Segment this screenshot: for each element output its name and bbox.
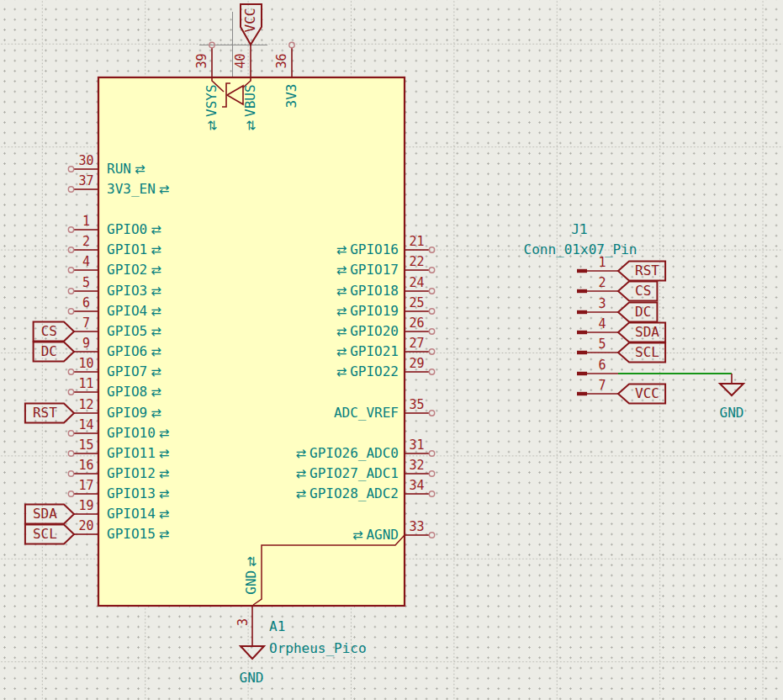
pin-name-text: GPIO9 (107, 406, 147, 421)
pin-name-text: GPIO7 (107, 364, 147, 379)
global-label-text[interactable]: CS (34, 324, 64, 339)
connector-pin-pad[interactable] (577, 351, 587, 354)
pin-name: RUN⇄ (107, 162, 145, 177)
global-label-text[interactable]: RST (631, 263, 664, 278)
pin-name-text: GPIO26_ADC0 (309, 446, 399, 461)
bidirectional-pin-icon: ⇄ (244, 556, 259, 567)
pin-number: 34 (391, 480, 442, 492)
global-label-text[interactable]: SCL (631, 345, 664, 360)
global-label-text[interactable]: DC (34, 344, 64, 359)
gnd-power-symbol[interactable] (241, 646, 264, 659)
pin-name-text: GPIO10 (107, 426, 156, 441)
global-label-text[interactable]: RST (26, 406, 64, 421)
pin-name-text: GPIO11 (107, 446, 156, 461)
pin-number: 35 (391, 399, 442, 411)
connector-pin-pad[interactable] (577, 269, 587, 273)
pin-number: 24 (391, 277, 442, 289)
bidirectional-pin-icon: ⇄ (151, 242, 161, 257)
pin-name: ⇄GPIO19 (336, 304, 399, 319)
pin-name: GPIO13⇄ (107, 486, 169, 501)
pin-name: GPIO14⇄ (107, 506, 169, 522)
bidirectional-pin-icon: ⇄ (159, 506, 170, 522)
pin-name: GPIO7⇄ (107, 364, 161, 379)
pin-name: ADC_VREF (334, 406, 399, 421)
connector-reference[interactable]: J1 (546, 222, 613, 237)
bidirectional-pin-icon: ⇄ (352, 528, 363, 543)
pin-name-text: GPIO5 (107, 324, 147, 339)
connector-pin-pad[interactable] (577, 331, 587, 334)
pin-name: GPIO11⇄ (107, 446, 169, 461)
pico-value[interactable]: Orpheus_Pico (269, 641, 367, 656)
pin-name: ⇄GPIO17 (336, 262, 399, 278)
pin-name: GPIO8⇄ (107, 384, 161, 400)
pin-name: GND⇄ (244, 537, 259, 614)
connector-pin-pad[interactable] (577, 372, 587, 375)
global-label-text[interactable]: SDA (631, 325, 664, 340)
connector-pin-pad[interactable] (577, 392, 587, 395)
pin-number: 22 (391, 256, 442, 268)
pin-number: 29 (391, 358, 442, 370)
pin-number: 19 (61, 500, 112, 512)
bidirectional-pin-icon: ⇄ (159, 486, 170, 501)
pin-open-end-circle (289, 42, 294, 47)
pin-number: 25 (391, 297, 442, 310)
connector-pin-pad[interactable] (577, 310, 587, 314)
bidirectional-pin-icon: ⇄ (151, 406, 161, 421)
pin-name: ⇄GPIO27_ADC1 (295, 466, 399, 481)
global-label-text[interactable]: DC (631, 305, 655, 320)
connector-pin-pad[interactable] (577, 289, 587, 293)
bidirectional-pin-icon: ⇄ (151, 304, 161, 319)
pin-number: 7 (585, 379, 619, 392)
bidirectional-pin-icon: ⇄ (151, 344, 161, 359)
pin-number: 9 (61, 337, 112, 350)
pin-name-text: AGND (366, 528, 399, 543)
bidirectional-pin-icon: ⇄ (336, 262, 347, 278)
pin-name: GPIO15⇄ (107, 527, 169, 542)
pin-name-text: GPIO13 (107, 486, 156, 501)
pin-name: GPIO1⇄ (107, 242, 161, 257)
bidirectional-pin-icon: ⇄ (295, 486, 306, 501)
bidirectional-pin-icon: ⇄ (204, 120, 220, 131)
pin-name-text: GPIO14 (107, 506, 156, 522)
pin-name: ⇄AGND (352, 528, 399, 543)
schematic-canvas[interactable]: VCC GND GND A1 Orpheus_Pico J1 Conn_01x0… (0, 0, 783, 700)
bidirectional-pin-icon: ⇄ (336, 304, 347, 319)
pin-name-text: GPIO4 (107, 304, 147, 319)
pin-name: ⇄VSYS (204, 69, 220, 146)
global-label-text[interactable]: SDA (26, 506, 64, 522)
pin-number: 26 (391, 317, 442, 330)
bidirectional-pin-icon: ⇄ (159, 527, 170, 542)
bidirectional-pin-icon: ⇄ (336, 284, 347, 299)
global-label-text[interactable]: CS (631, 284, 655, 299)
pin-name-text: GPIO1 (107, 242, 147, 257)
pico-reference[interactable]: A1 (269, 619, 285, 634)
bidirectional-pin-icon: ⇄ (295, 446, 306, 461)
gnd-power-label: GND (218, 671, 285, 686)
pin-number: 21 (391, 236, 442, 248)
bidirectional-pin-icon: ⇄ (336, 344, 347, 359)
bidirectional-pin-icon: ⇄ (151, 384, 161, 400)
bidirectional-pin-icon: ⇄ (159, 426, 170, 441)
connector-value[interactable]: Conn_01x07_Pin (496, 242, 664, 257)
pin-number: 17 (61, 480, 112, 492)
gnd-power-symbol-right[interactable] (720, 384, 743, 395)
pin-name: GPIO5⇄ (107, 324, 161, 339)
pin-name: GPIO2⇄ (107, 262, 161, 278)
pin-name-text: GPIO22 (350, 364, 399, 379)
pin-name-text: 3V3 (284, 83, 299, 108)
pin-number: 2 (585, 277, 619, 289)
pin-name-text: GPIO2 (107, 262, 147, 278)
pin-number: 1 (61, 215, 112, 228)
pin-number: 37 (61, 175, 112, 188)
global-label-text[interactable]: VCC (631, 386, 664, 401)
global-label-text[interactable]: SCL (26, 527, 64, 542)
pin-name: GPIO4⇄ (107, 304, 161, 319)
pin-number: 2 (61, 236, 112, 248)
pin-name: ⇄GPIO18 (336, 284, 399, 299)
pin-name: ⇄GPIO22 (336, 364, 399, 379)
pin-name-text: VSYS (204, 85, 220, 118)
pin-number: 1 (585, 257, 619, 269)
pin-name-text: GPIO28_ADC2 (309, 486, 399, 501)
pin-name: 3V3 (284, 57, 299, 135)
pin-number: 3 (585, 298, 619, 310)
